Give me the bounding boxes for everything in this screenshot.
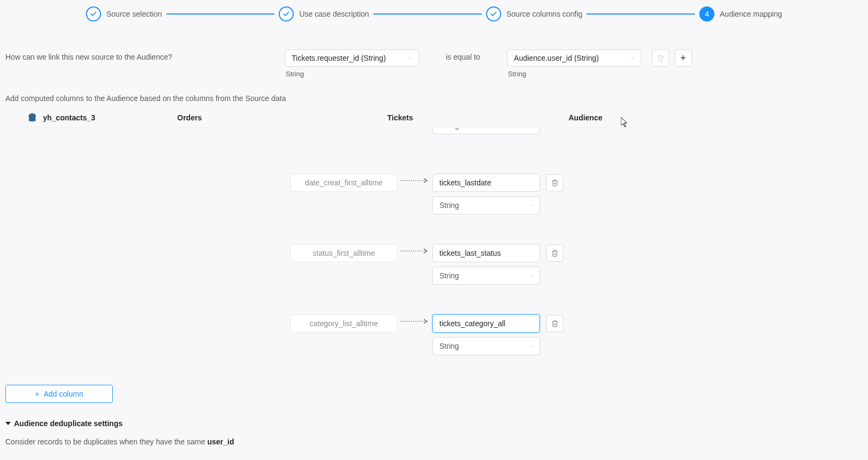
arrow-right-icon xyxy=(397,314,432,324)
add-link-button[interactable]: + xyxy=(675,49,692,67)
arrow-right-icon xyxy=(397,244,432,254)
mapping-area: String date_creat_first_alltime String xyxy=(5,128,863,355)
check-icon xyxy=(486,6,501,21)
type-select[interactable]: String xyxy=(432,267,540,285)
step-audience-mapping[interactable]: 4 Audience mapping xyxy=(699,6,782,21)
arrow-right-icon xyxy=(397,174,432,183)
step-connector xyxy=(373,13,482,15)
operator-label: is equal to xyxy=(446,49,480,61)
col-header-orders: Orders xyxy=(167,113,322,122)
col-header-tickets: Tickets xyxy=(322,113,478,122)
postgres-icon xyxy=(27,112,38,123)
source-column-select[interactable]: Tickets.requester_id (String) String xyxy=(285,49,419,78)
select-value: Tickets.requester_id (String) xyxy=(292,54,386,62)
chevron-down-icon xyxy=(529,128,534,130)
delete-mapping-button[interactable] xyxy=(546,315,563,332)
mapping-row: date_creat_first_alltime String xyxy=(5,174,863,214)
type-select[interactable]: String xyxy=(432,196,540,214)
step-label: Use case description xyxy=(299,10,369,18)
select-value: String xyxy=(439,271,459,280)
select-value: String xyxy=(439,342,459,350)
plus-icon: + xyxy=(35,390,39,398)
step-label: Source selection xyxy=(106,10,162,18)
check-icon xyxy=(279,6,294,21)
step-number-icon: 4 xyxy=(699,6,714,21)
delete-mapping-button[interactable] xyxy=(546,174,563,191)
type-hint: String xyxy=(285,70,419,78)
chevron-down-icon xyxy=(630,54,635,62)
select-value: String xyxy=(439,128,459,130)
delete-mapping-button[interactable] xyxy=(546,245,563,262)
type-select[interactable]: String xyxy=(432,337,540,355)
destination-name-input[interactable] xyxy=(432,244,540,262)
dedup-section: Audience deduplicate settings Consider r… xyxy=(5,419,863,446)
chevron-down-icon xyxy=(529,342,534,350)
chevron-down-icon xyxy=(408,54,413,62)
mapping-row: category_list_alltime String xyxy=(5,314,863,355)
chevron-down-icon xyxy=(529,271,534,280)
mapping-row: status_first_alltime String xyxy=(5,244,863,285)
step-connector xyxy=(587,13,695,15)
col-header-audience: Audience xyxy=(478,113,693,122)
dedup-toggle[interactable]: Audience deduplicate settings xyxy=(5,419,863,428)
step-columns-config[interactable]: Source columns config xyxy=(486,6,583,21)
link-question: How can we link this new source to the A… xyxy=(5,49,274,61)
source-column-pill: date_creat_first_alltime xyxy=(290,174,397,192)
destination-name-input[interactable] xyxy=(432,314,540,333)
svg-marker-3 xyxy=(5,422,11,425)
dedup-description: Consider records to be duplicates when t… xyxy=(5,437,863,446)
columns-header: yh_contacts_3 Orders Tickets Audience xyxy=(5,112,863,128)
select-value: String xyxy=(439,201,459,210)
source-column-pill: category_list_alltime xyxy=(290,314,397,333)
computed-columns-desc: Add computed columns to the Audience bas… xyxy=(5,94,863,103)
dedup-title: Audience deduplicate settings xyxy=(14,419,122,428)
stepper: Source selection Use case description So… xyxy=(0,0,868,28)
caret-down-icon xyxy=(5,419,11,428)
select-value: Audience.user_id (String) xyxy=(514,54,599,62)
step-label: Source columns config xyxy=(507,10,583,18)
source-column-pill: status_first_alltime xyxy=(290,244,397,262)
step-connector xyxy=(167,13,275,15)
delete-link-button[interactable] xyxy=(652,49,669,67)
type-hint: String xyxy=(507,70,641,78)
audience-column-select[interactable]: Audience.user_id (String) String xyxy=(507,49,641,78)
step-source-selection[interactable]: Source selection xyxy=(86,6,162,21)
source-name: yh_contacts_3 xyxy=(43,113,95,122)
step-use-case[interactable]: Use case description xyxy=(279,6,369,21)
destination-name-input[interactable] xyxy=(432,174,540,192)
step-label: Audience mapping xyxy=(720,10,782,18)
link-row: How can we link this new source to the A… xyxy=(5,33,863,78)
check-icon xyxy=(86,6,101,21)
chevron-down-icon xyxy=(529,201,534,210)
add-column-label: Add column xyxy=(44,390,83,398)
type-select[interactable]: String xyxy=(432,128,540,134)
clipped-previous-row: String xyxy=(5,128,863,144)
add-column-button[interactable]: + Add column xyxy=(5,385,113,403)
